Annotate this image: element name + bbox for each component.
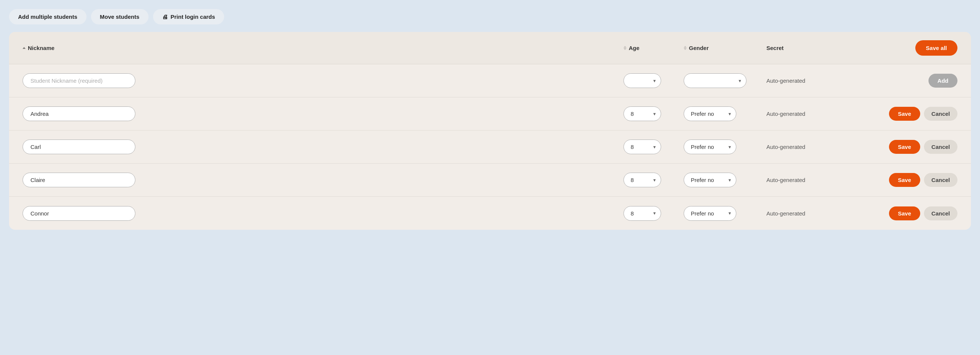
- secret-cell-2: Auto-generated: [760, 171, 865, 189]
- gender-select-1[interactable]: Male Female Prefer no Other: [684, 140, 736, 154]
- new-age-select[interactable]: 5 6 7 8 9 10: [624, 73, 661, 88]
- gender-select-2[interactable]: Male Female Prefer no Other: [684, 173, 736, 187]
- age-header-label: Age: [629, 45, 639, 51]
- actions-cell-3: Save Cancel: [865, 201, 964, 226]
- add-multiple-students-label: Add multiple students: [18, 14, 78, 20]
- add-button-label: Add: [937, 78, 948, 84]
- nickname-header-label: Nickname: [28, 45, 54, 51]
- nickname-input-2[interactable]: [22, 173, 135, 187]
- new-age-cell: 5 6 7 8 9 10 ▼: [617, 67, 678, 94]
- cancel-button-1[interactable]: Cancel: [924, 140, 958, 154]
- new-actions-cell: Add: [865, 68, 964, 94]
- save-all-header: Save all: [865, 32, 964, 64]
- nickname-input-1[interactable]: [22, 140, 135, 154]
- actions-cell-0: Save Cancel: [865, 101, 964, 127]
- nickname-cell-1: [16, 134, 617, 160]
- age-select-1[interactable]: 56789101112131415: [624, 140, 661, 154]
- save-all-label: Save all: [926, 45, 947, 51]
- new-gender-select[interactable]: Male Female Prefer not to say Other: [684, 73, 746, 88]
- new-secret-cell: Auto-generated: [760, 72, 865, 90]
- nickname-cell-3: [16, 200, 617, 227]
- age-column-header[interactable]: Age: [617, 32, 678, 64]
- age-cell-0: 56789101112131415 ▼: [617, 100, 678, 127]
- secret-header-label: Secret: [767, 45, 784, 51]
- actions-cell-1: Save Cancel: [865, 134, 964, 160]
- gender-cell-2: Male Female Prefer no Other ▼: [678, 167, 760, 193]
- secret-column-header: Secret: [760, 32, 865, 64]
- age-select-3[interactable]: 56789101112131415: [624, 206, 661, 221]
- gender-cell-0: Male Female Prefer no Other ▼: [678, 100, 760, 127]
- save-button-2[interactable]: Save: [889, 173, 920, 187]
- gender-header-label: Gender: [689, 45, 709, 51]
- save-button-1[interactable]: Save: [889, 140, 920, 154]
- gender-cell-1: Male Female Prefer no Other ▼: [678, 134, 760, 160]
- save-button-0[interactable]: Save: [889, 107, 920, 121]
- age-select-wrapper-0: 56789101112131415 ▼: [624, 107, 661, 121]
- table-row: 56789101112131415 ▼ Male Female Prefer n…: [9, 197, 971, 230]
- gender-select-3[interactable]: Male Female Prefer no Other: [684, 206, 736, 221]
- add-student-button[interactable]: Add: [929, 74, 958, 88]
- age-cell-3: 56789101112131415 ▼: [617, 200, 678, 227]
- save-all-button[interactable]: Save all: [915, 40, 958, 56]
- age-cell-2: 56789101112131415 ▼: [617, 167, 678, 193]
- age-cell-1: 56789101112131415 ▼: [617, 134, 678, 160]
- secret-value-2: Auto-generated: [767, 177, 805, 183]
- table-row: 56789101112131415 ▼ Male Female Prefer n…: [9, 164, 971, 197]
- secret-value-1: Auto-generated: [767, 144, 805, 150]
- gender-select-0[interactable]: Male Female Prefer no Other: [684, 107, 736, 121]
- move-students-button[interactable]: Move students: [91, 9, 148, 24]
- new-secret-value: Auto-generated: [767, 78, 805, 84]
- cancel-button-2[interactable]: Cancel: [924, 173, 958, 187]
- secret-cell-3: Auto-generated: [760, 204, 865, 223]
- add-multiple-students-button[interactable]: Add multiple students: [9, 9, 86, 24]
- age-select-2[interactable]: 56789101112131415: [624, 173, 661, 187]
- age-sort-icon: [624, 46, 627, 50]
- actions-cell-2: Save Cancel: [865, 167, 964, 193]
- print-login-cards-label: Print login cards: [171, 14, 215, 20]
- print-login-cards-button[interactable]: 🖨 Print login cards: [153, 9, 224, 24]
- students-table: Nickname Age Gender Secret Save all: [9, 32, 971, 230]
- gender-sort-icon: [684, 46, 687, 50]
- new-age-select-wrapper: 5 6 7 8 9 10 ▼: [624, 73, 661, 88]
- secret-cell-1: Auto-generated: [760, 138, 865, 156]
- table-row: 56789101112131415 ▼ Male Female Prefer n…: [9, 97, 971, 131]
- nickname-input-0[interactable]: [22, 107, 135, 121]
- table-header: Nickname Age Gender Secret Save all: [9, 32, 971, 64]
- secret-cell-0: Auto-generated: [760, 105, 865, 123]
- nickname-cell-0: [16, 100, 617, 127]
- nickname-cell-2: [16, 167, 617, 193]
- gender-select-wrapper-0: Male Female Prefer no Other ▼: [684, 107, 736, 121]
- cancel-button-3[interactable]: Cancel: [924, 207, 958, 220]
- new-gender-select-wrapper: Male Female Prefer not to say Other ▼: [684, 73, 746, 88]
- gender-select-wrapper-1: Male Female Prefer no Other ▼: [684, 140, 736, 154]
- save-button-3[interactable]: Save: [889, 207, 920, 220]
- nickname-input-3[interactable]: [22, 206, 135, 221]
- secret-value-0: Auto-generated: [767, 111, 805, 117]
- age-select-0[interactable]: 56789101112131415: [624, 107, 661, 121]
- new-student-row: 5 6 7 8 9 10 ▼ Male Female Prefer not to…: [9, 64, 971, 97]
- age-select-wrapper-1: 56789101112131415 ▼: [624, 140, 661, 154]
- gender-select-wrapper-2: Male Female Prefer no Other ▼: [684, 173, 736, 187]
- new-nickname-cell: [16, 67, 617, 94]
- new-nickname-input[interactable]: [22, 73, 135, 88]
- gender-column-header[interactable]: Gender: [678, 32, 760, 64]
- gender-cell-3: Male Female Prefer no Other ▼: [678, 200, 760, 227]
- nickname-sort-icon: [22, 47, 25, 49]
- new-gender-cell: Male Female Prefer not to say Other ▼: [678, 67, 760, 94]
- move-students-label: Move students: [100, 14, 140, 20]
- nickname-column-header[interactable]: Nickname: [16, 32, 617, 64]
- cancel-button-0[interactable]: Cancel: [924, 107, 958, 121]
- secret-value-3: Auto-generated: [767, 210, 805, 217]
- gender-select-wrapper-3: Male Female Prefer no Other ▼: [684, 206, 736, 221]
- age-select-wrapper-2: 56789101112131415 ▼: [624, 173, 661, 187]
- table-row: 56789101112131415 ▼ Male Female Prefer n…: [9, 131, 971, 164]
- age-select-wrapper-3: 56789101112131415 ▼: [624, 206, 661, 221]
- print-icon: 🖨: [162, 14, 168, 20]
